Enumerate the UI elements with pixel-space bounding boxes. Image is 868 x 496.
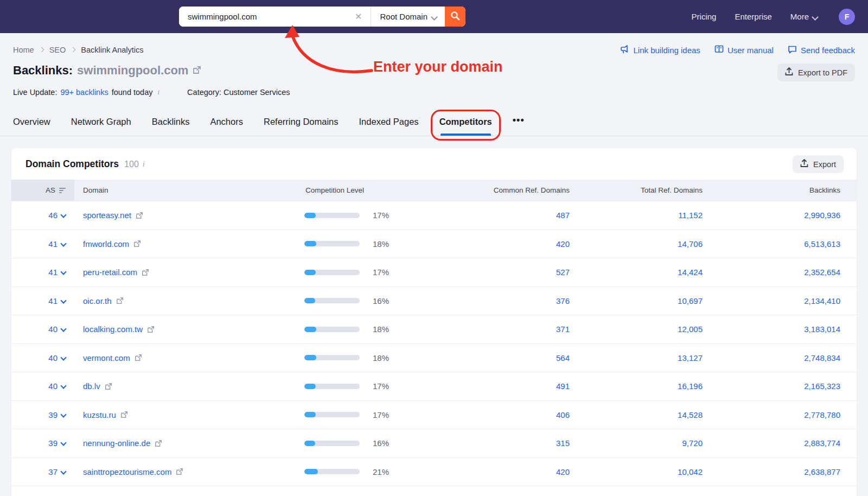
- title-prefix: Backlinks:: [13, 63, 73, 78]
- backlinks-value[interactable]: 2,638,877: [804, 467, 840, 476]
- domain-link[interactable]: db.lv: [83, 381, 112, 391]
- external-link-icon[interactable]: [136, 212, 143, 219]
- total-ref-domains-value[interactable]: 11,152: [678, 211, 703, 220]
- column-header-total-ref[interactable]: Total Ref. Domains: [578, 186, 711, 194]
- domain-link[interactable]: peru-retail.com: [83, 268, 149, 277]
- nav-enterprise[interactable]: Enterprise: [735, 12, 771, 21]
- send-feedback-link[interactable]: Send feedback: [788, 45, 855, 55]
- common-ref-domains-value[interactable]: 564: [556, 353, 570, 363]
- common-ref-domains-value[interactable]: 420: [556, 239, 570, 249]
- backlinks-value[interactable]: 2,883,774: [804, 438, 840, 448]
- competition-percent: 21%: [373, 467, 389, 476]
- external-link-icon[interactable]: [155, 440, 162, 447]
- total-ref-domains-value[interactable]: 10,042: [678, 467, 703, 476]
- help-links: Link building ideas User manual Send fee…: [620, 45, 855, 55]
- info-icon[interactable]: i: [156, 88, 161, 97]
- domain-link[interactable]: oic.or.th: [83, 296, 124, 306]
- nav-more[interactable]: More: [790, 12, 818, 21]
- tab-overview[interactable]: Overview: [13, 117, 50, 136]
- clear-icon[interactable]: ✕: [353, 11, 364, 22]
- tab-referring-domains[interactable]: Referring Domains: [264, 117, 339, 136]
- as-cell[interactable]: 46: [11, 211, 74, 220]
- domain-link[interactable]: sporteasy.net: [83, 211, 143, 220]
- total-ref-domains-value[interactable]: 12,005: [678, 325, 703, 334]
- external-link-icon[interactable]: [135, 354, 142, 361]
- tab-backlinks[interactable]: Backlinks: [152, 117, 190, 136]
- external-link-icon[interactable]: [120, 411, 128, 418]
- link-building-ideas-link[interactable]: Link building ideas: [620, 45, 700, 55]
- as-cell[interactable]: 39: [11, 438, 74, 448]
- domain-link[interactable]: vermont.com: [83, 353, 142, 363]
- user-manual-link[interactable]: User manual: [714, 45, 774, 55]
- domain-name: oic.or.th: [83, 296, 112, 306]
- tab-label: Competitors: [439, 117, 492, 126]
- backlinks-value[interactable]: 2,165,323: [804, 381, 840, 391]
- column-header-common-ref[interactable]: Common Ref. Domains: [451, 186, 578, 194]
- backlinks-value[interactable]: 2,778,780: [804, 410, 840, 419]
- domain-link[interactable]: localking.com.tw: [83, 325, 155, 334]
- backlinks-value[interactable]: 2,352,654: [804, 268, 840, 277]
- external-link-icon[interactable]: [147, 326, 155, 333]
- total-ref-domains-value[interactable]: 14,706: [678, 239, 703, 249]
- as-cell[interactable]: 39: [11, 410, 74, 419]
- as-cell[interactable]: 41: [11, 239, 74, 249]
- total-ref-domains-value[interactable]: 13,127: [678, 353, 703, 363]
- total-ref-domains-value[interactable]: 14,528: [678, 410, 703, 419]
- tab-anchors[interactable]: Anchors: [210, 117, 243, 136]
- search-input[interactable]: [188, 12, 353, 21]
- backlinks-value[interactable]: 2,990,936: [804, 211, 840, 220]
- as-cell[interactable]: 41: [11, 268, 74, 277]
- common-ref-domains-value[interactable]: 315: [556, 438, 570, 448]
- tabs-more-button[interactable]: •••: [513, 115, 525, 136]
- as-cell[interactable]: 40: [11, 353, 74, 363]
- external-link-icon[interactable]: [193, 63, 201, 78]
- live-update-link[interactable]: 99+ backlinks: [60, 88, 108, 97]
- external-link-icon[interactable]: [142, 269, 149, 276]
- domain-link[interactable]: fmworld.com: [83, 239, 141, 249]
- as-cell[interactable]: 40: [11, 381, 74, 391]
- competition-level-cell: 18%: [293, 239, 451, 249]
- external-link-icon[interactable]: [105, 383, 112, 390]
- common-ref-domains-value[interactable]: 376: [556, 296, 570, 306]
- total-ref-domains-value[interactable]: 14,424: [678, 268, 703, 277]
- avatar[interactable]: F: [839, 9, 855, 25]
- export-to-pdf-button[interactable]: Export to PDF: [777, 63, 855, 81]
- common-ref-domains-value[interactable]: 527: [556, 268, 570, 277]
- column-header-as[interactable]: AS: [11, 180, 74, 201]
- backlinks-value[interactable]: 2,134,410: [804, 296, 840, 306]
- common-ref-domains-value[interactable]: 371: [556, 325, 570, 334]
- common-ref-domains-value[interactable]: 487: [556, 211, 570, 220]
- common-ref-domains-value[interactable]: 406: [556, 410, 570, 419]
- total-ref-domains-value[interactable]: 16,196: [678, 381, 703, 391]
- external-link-icon[interactable]: [133, 240, 141, 247]
- info-icon[interactable]: i: [141, 160, 146, 169]
- export-button[interactable]: Export: [793, 155, 844, 173]
- backlinks-value[interactable]: 6,513,613: [804, 239, 840, 249]
- domain-link[interactable]: kuzstu.ru: [83, 410, 128, 419]
- common-ref-domains-value[interactable]: 491: [556, 381, 570, 391]
- breadcrumb-seo[interactable]: SEO: [49, 46, 66, 54]
- backlinks-value[interactable]: 2,748,834: [804, 353, 840, 363]
- column-header-backlinks[interactable]: Backlinks: [711, 186, 857, 194]
- total-ref-domains-value[interactable]: 10,697: [678, 296, 703, 306]
- nav-pricing[interactable]: Pricing: [692, 12, 717, 21]
- tab-competitors[interactable]: Competitors: [439, 117, 492, 136]
- as-cell[interactable]: 41: [11, 296, 74, 306]
- external-link-icon[interactable]: [116, 297, 124, 304]
- tab-indexed-pages[interactable]: Indexed Pages: [359, 117, 419, 136]
- search-button[interactable]: [445, 7, 465, 27]
- external-link-icon[interactable]: [176, 468, 183, 475]
- scope-dropdown[interactable]: Root Domain: [371, 7, 445, 27]
- total-ref-domains-value[interactable]: 9,720: [682, 438, 703, 448]
- breadcrumb-home[interactable]: Home: [13, 46, 34, 54]
- backlinks-value[interactable]: 3,183,014: [804, 325, 840, 334]
- tabs-bar: Overview Network Graph Backlinks Anchors…: [0, 113, 868, 136]
- tab-network-graph[interactable]: Network Graph: [71, 117, 131, 136]
- common-ref-domains-value[interactable]: 420: [556, 467, 570, 476]
- column-header-competition[interactable]: Competition Level: [293, 186, 451, 194]
- domain-link[interactable]: nennung-online.de: [83, 438, 162, 448]
- as-cell[interactable]: 40: [11, 325, 74, 334]
- domain-link[interactable]: sainttropeztourisme.com: [83, 467, 183, 476]
- as-cell[interactable]: 37: [11, 467, 74, 476]
- column-header-domain[interactable]: Domain: [74, 186, 293, 194]
